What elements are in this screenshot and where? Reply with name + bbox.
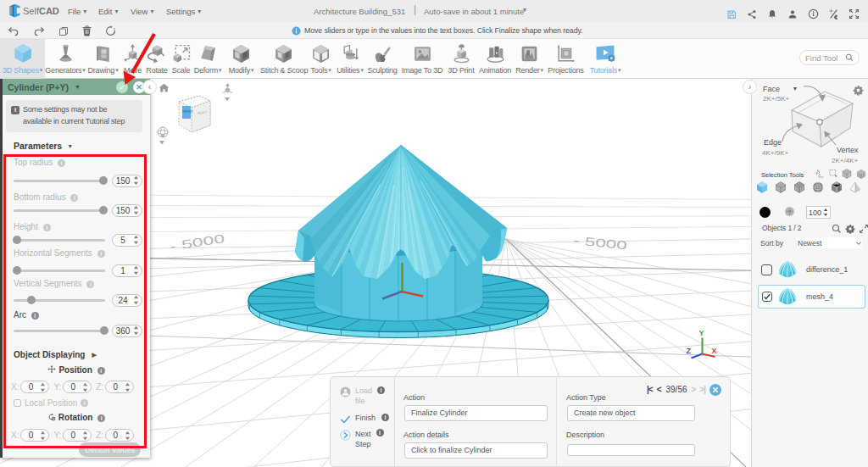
svg-text:Y: Y [699,329,704,337]
svg-text:FRONT: FRONT [183,110,194,114]
svg-text:X: X [712,347,717,355]
svg-text:- 5000: - 5000 [169,231,225,253]
svg-text:Z: Z [687,347,692,355]
svg-text:- 5000: - 5000 [573,233,628,252]
